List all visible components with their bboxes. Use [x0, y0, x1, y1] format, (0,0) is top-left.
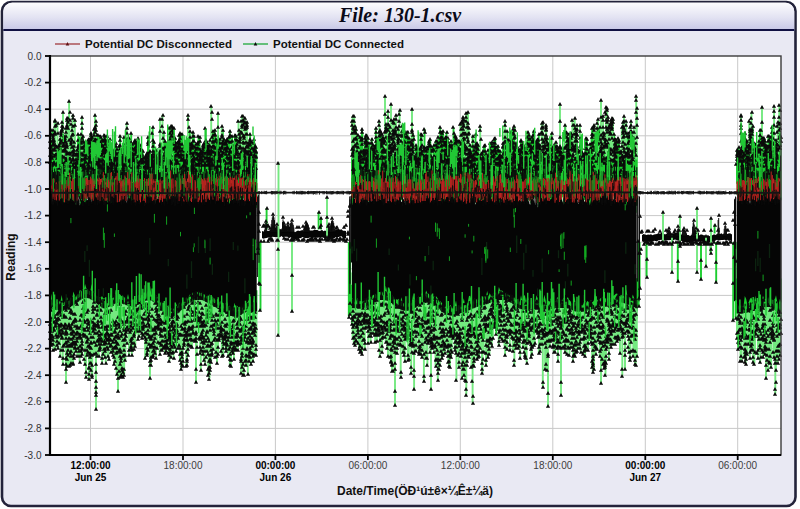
- svg-text:-2.8: -2.8: [24, 423, 42, 434]
- svg-text:-2.2: -2.2: [24, 343, 42, 354]
- svg-text:-0.2: -0.2: [24, 77, 42, 88]
- svg-text:12:00:00: 12:00:00: [441, 460, 480, 471]
- svg-text:12:00:00: 12:00:00: [70, 460, 110, 471]
- svg-text:Jun 26: Jun 26: [260, 472, 292, 483]
- svg-text:-3.0: -3.0: [24, 450, 42, 461]
- svg-text:-1.8: -1.8: [24, 290, 42, 301]
- svg-text:-1.2: -1.2: [24, 210, 42, 221]
- svg-text:-2.0: -2.0: [24, 317, 42, 328]
- svg-text:Date/Time(ÖÐ¹ú±ê×¼Ê±¼ä): Date/Time(ÖÐ¹ú±ê×¼Ê±¼ä): [337, 483, 493, 498]
- svg-text:Reading: Reading: [4, 233, 18, 280]
- svg-text:-0.8: -0.8: [24, 157, 42, 168]
- svg-text:Potential DC Disconnected: Potential DC Disconnected: [85, 38, 232, 50]
- svg-text:0.0: 0.0: [28, 51, 42, 62]
- svg-text:-1.0: -1.0: [24, 184, 42, 195]
- svg-text:-1.4: -1.4: [24, 237, 42, 248]
- svg-text:00:00:00: 00:00:00: [625, 460, 665, 471]
- svg-text:-2.6: -2.6: [24, 396, 42, 407]
- svg-text:06:00:00: 06:00:00: [718, 460, 757, 471]
- svg-text:-0.6: -0.6: [24, 130, 42, 141]
- svg-text:File: 130-1.csv: File: 130-1.csv: [338, 4, 462, 26]
- svg-text:Jun 27: Jun 27: [629, 472, 661, 483]
- svg-text:18:00:00: 18:00:00: [533, 460, 572, 471]
- svg-text:00:00:00: 00:00:00: [255, 460, 295, 471]
- svg-text:Potential DC Connected: Potential DC Connected: [273, 38, 404, 50]
- svg-text:-0.4: -0.4: [24, 104, 42, 115]
- svg-text:-2.4: -2.4: [24, 370, 42, 381]
- svg-text:-1.6: -1.6: [24, 263, 42, 274]
- svg-text:Jun 25: Jun 25: [75, 472, 107, 483]
- svg-text:18:00:00: 18:00:00: [164, 460, 203, 471]
- svg-text:06:00:00: 06:00:00: [348, 460, 387, 471]
